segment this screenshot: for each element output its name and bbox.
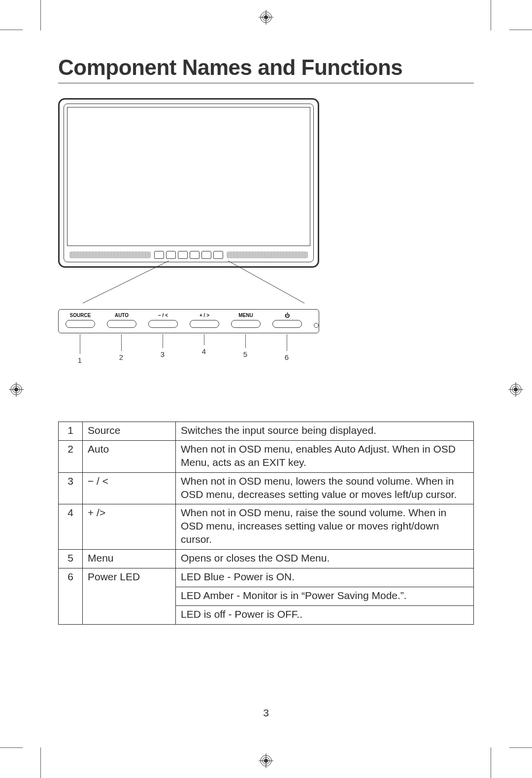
callout-number: 6 [285,353,289,361]
svg-point-14 [14,388,18,391]
table-cell-name: Menu [83,550,176,568]
panel-button-shape [148,320,178,328]
table-cell-num: 1 [59,422,83,441]
panel-button-label: AUTO [115,313,129,318]
panel-button-label: MENU [238,313,253,318]
panel-button-label: SOURCE [70,313,91,318]
trim-mark [491,747,491,778]
speaker-grille [70,251,150,258]
panel-button-2: AUTO [107,313,136,328]
callout-number: 1 [78,356,82,364]
registration-target-icon [508,382,523,397]
table-cell-num: 2 [59,440,83,472]
trim-mark [491,0,491,31]
table-cell-desc: Opens or closes the OSD Menu. [176,550,474,568]
panel-button-label: ⏻ [285,313,290,318]
monitor-mini-button [154,251,164,259]
callout-number: 5 [243,350,247,358]
page-sheet: Component Names and Functions [0,0,532,778]
registration-target-icon [9,382,24,397]
callout-number: 2 [119,353,123,361]
panel-button-6: ⏻ [272,313,302,328]
table-cell-name: + /> [83,504,176,550]
trim-mark [509,30,532,30]
table-cell-num: 3 [59,472,83,504]
monitor-bezel-outer [58,98,319,268]
table-cell-name: Power LED [83,568,176,624]
table-cell-desc: LED is off - Power is OFF.. [176,605,474,624]
table-cell-desc: When not in OSD menu, lowers the sound v… [176,472,474,504]
table-cell-name: − / < [83,472,176,504]
table-cell-desc: When not in OSD menu, enables Auto Adjus… [176,440,474,472]
callout-leader: 2 [106,334,136,364]
panel-button-5: MENU [231,313,261,328]
table-row: 6Power LEDLED Blue - Power is ON. [59,568,474,587]
monitor-illustration: SOURCEAUTO− / <+ / >MENU⏻ 123456 [58,98,319,364]
panel-button-label: + / > [200,313,209,318]
panel-button-shape [190,320,219,328]
monitor-mini-button [213,251,223,259]
control-panel-frame: SOURCEAUTO− / <+ / >MENU⏻ [58,309,319,333]
monitor-mini-button [201,251,211,259]
table-cell-desc: Switches the input source being displaye… [176,422,474,441]
callout-number-row: 123456 [58,334,319,364]
speaker-grille [227,251,307,258]
panel-button-shape [231,320,261,328]
function-table: 1SourceSwitches the input source being d… [58,422,474,625]
svg-point-4 [264,15,268,19]
monitor-speaker-row [67,249,310,262]
callout-number: 4 [202,347,206,355]
table-cell-num: 5 [59,550,83,568]
table-row: 4+ />When not in OSD menu, raise the sou… [59,504,474,550]
table-cell-num: 6 [59,568,83,624]
panel-button-label: − / < [158,313,168,318]
trim-mark [0,747,23,748]
table-cell-num: 4 [59,504,83,550]
svg-point-19 [514,388,518,391]
page-number: 3 [58,707,474,719]
callout-leader: 4 [189,334,219,364]
panel-button-shape [107,320,136,328]
registration-target-icon [259,753,273,768]
registration-target-icon [259,10,273,25]
panel-button-shape [272,320,302,328]
table-row: 2AutoWhen not in OSD menu, enables Auto … [59,440,474,472]
power-led-icon [314,323,319,328]
monitor-mini-button [190,251,200,259]
table-row: 5MenuOpens or closes the OSD Menu. [59,550,474,568]
callout-leader: 1 [65,334,95,364]
panel-led [314,316,319,328]
callout-leader: 6 [272,334,301,364]
panel-button-3: − / < [148,313,178,328]
panel-button-4: + / > [190,313,219,328]
panel-button-1: SOURCE [66,313,95,328]
page-title: Component Names and Functions [58,55,474,83]
callout-leader: 3 [148,334,177,364]
table-row: 3− / <When not in OSD menu, lowers the s… [59,472,474,504]
table-cell-desc: LED Amber - Monitor is in “Power Saving … [176,587,474,605]
monitor-mini-button [166,251,176,259]
monitor-bezel-inner [64,104,314,262]
monitor-mini-button [178,251,188,259]
table-cell-desc: LED Blue - Power is ON. [176,568,474,587]
svg-point-9 [264,759,268,763]
page-content: Component Names and Functions [58,55,474,748]
trim-mark [40,0,41,31]
table-cell-name: Auto [83,440,176,472]
table-cell-desc: When not in OSD menu, raise the sound vo… [176,504,474,550]
monitor-screen [67,107,310,246]
callout-leader: 5 [231,334,260,364]
monitor-button-row [154,251,223,259]
trim-mark [509,747,532,748]
trim-mark [40,747,41,778]
control-panel: SOURCEAUTO− / <+ / >MENU⏻ 123456 [58,309,319,364]
callout-number: 3 [161,350,165,358]
table-cell-name: Source [83,422,176,441]
trim-mark [0,30,23,30]
table-row: 1SourceSwitches the input source being d… [59,422,474,441]
panel-button-shape [66,320,95,328]
